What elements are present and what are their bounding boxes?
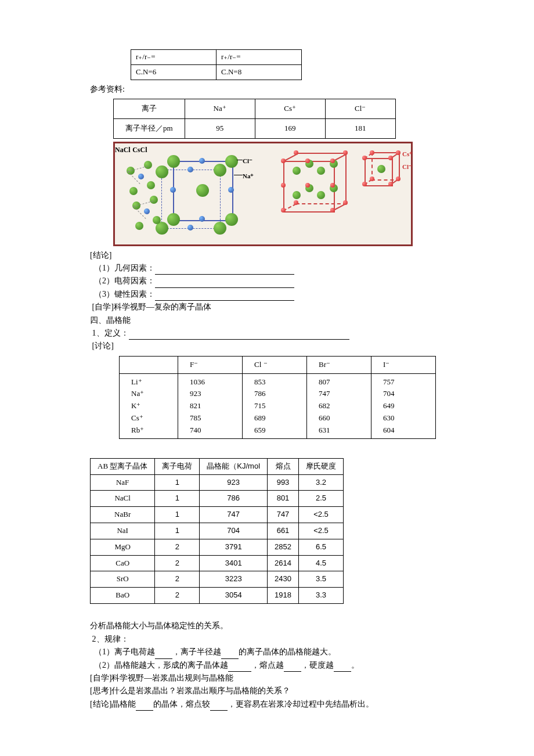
reference-label: 参考资料: [90,83,444,96]
cell: 659 [254,424,295,437]
h-compound: AB 型离子晶体 [91,458,155,474]
blank [136,702,153,711]
table-row: MgO2379128526.5 [91,539,344,555]
row-k: K⁺ [131,400,166,412]
cell: 747 [268,507,299,523]
table-row: BaO2305419183.3 [91,588,344,604]
i-col: 757 704 649 630 604 [371,373,436,439]
table-row: SrO2322324303.5 [91,571,344,588]
rule-1: （1）离子电荷越，离子半径越的离子晶体的晶格能越大。 [90,646,444,658]
cation-col: Li⁺ Na⁺ K⁺ Cs⁺ Rb⁺ [120,373,178,439]
cell: 786 [254,388,295,400]
cell: 821 [190,400,230,412]
factor-line-2: （2）电荷因素： [90,275,444,287]
blank [228,663,251,672]
self-study-text: [自学]科学视野—复杂的离子晶体 [92,303,211,311]
cell: 1 [155,491,200,507]
cell: 2 [155,588,200,604]
cell: CaO [91,555,155,571]
cell: 853 [254,376,295,388]
txt: ，离子半径越 [172,647,221,656]
cell: 4.5 [298,555,343,571]
table-row: NaI1704661<2.5 [91,523,344,539]
cell: 649 [383,400,424,412]
think-prompt: [思考]什么是岩浆晶出？岩浆晶出顺序与晶格能的关系？ [90,685,444,697]
cell: 3401 [200,555,268,571]
ionic-radius-table: 离子 Na⁺ Cs⁺ Cl⁻ 离子半径／pm 95 169 181 [113,99,396,139]
txt: ，硬度越 [301,661,334,669]
cell: 2.5 [298,491,343,507]
table-row: F⁻ Cl ⁻ Br⁻ I⁻ [120,356,436,373]
rules-title: 2、规律： [92,635,129,643]
h-charge: 离子电荷 [155,458,200,474]
h-energy: 晶格能（KJ/mol [200,458,268,474]
cl-label: Cl⁻ [243,156,252,167]
cl-label-2: Cl⁻ [402,162,412,172]
factor-1-label: （1）几何因素： [94,264,155,272]
blank-line [155,279,294,288]
table-row: 离子 Na⁺ Cs⁺ Cl⁻ [114,99,396,118]
table-row: r₊/r₋= r₊/r₋= [131,50,302,65]
cell: 630 [383,412,424,424]
cell: <2.5 [298,523,343,539]
txt: （1）离子电荷越 [94,647,155,656]
factor-line-3: （3）键性因素： [90,288,444,301]
na-label: Na⁺ [243,171,254,182]
cscl-structure: Cs⁺ Cl⁻ [277,149,405,231]
header-cs: Cs⁺ [255,99,325,118]
cell: 2 [155,571,200,588]
blank-line [155,292,294,301]
discuss-heading: [讨论] [90,340,444,352]
factor-line-1: （1）几何因素： [90,262,444,275]
value-cl: 181 [325,118,395,138]
blank [221,650,239,659]
cell: 704 [383,388,424,400]
ratio-cell: r₊/r₋= [217,50,302,65]
header-f: F⁻ [178,356,243,373]
cell: 2 [155,555,200,571]
h-mp: 熔点 [268,458,299,474]
conclusion-2: [结论]晶格能的晶体，熔点较，更容易在岩浆冷却过程中先结晶析出。 [90,698,444,711]
rule-2: （2）晶格能越大，形成的离子晶体越，熔点越，硬度越。 [90,659,444,672]
cell: 2614 [268,555,299,571]
definition-line: 1、定义： [90,327,444,340]
def-label: 1、定义： [92,329,129,337]
table-header-row: AB 型离子晶体 离子电荷 晶格能（KJ/mol 熔点 摩氏硬度 [91,458,344,474]
cell: 682 [319,400,359,412]
table-row: NaBr1747747<2.5 [91,507,344,523]
cell: 631 [319,424,359,437]
ratio-cn-table: r₊/r₋= r₊/r₋= C.N=6 C.N=8 [131,49,302,80]
cell: 660 [319,412,359,424]
value-cs: 169 [255,118,325,138]
cell: 1 [155,507,200,523]
ab-ionic-crystal-table: AB 型离子晶体 离子电荷 晶格能（KJ/mol 熔点 摩氏硬度 NaF1923… [90,458,344,604]
cell: 704 [200,523,268,539]
txt: [结论]晶格能 [90,700,136,708]
discuss-label: [讨论] [92,341,114,350]
nacl-structure: Cl⁻ Na⁺ [121,149,272,231]
cell: 923 [200,474,268,491]
table-row: 离子半径／pm 95 169 181 [114,118,396,138]
blank [155,650,172,659]
blank [210,702,228,711]
rules-heading: 2、规律： [90,633,444,646]
cell: 923 [190,388,230,400]
cn-cell: C.N=8 [217,64,302,80]
empty-cell [120,356,178,373]
cell: NaBr [91,507,155,523]
self-study-2: [自学]科学视野—岩浆晶出规则与晶格能 [90,672,444,685]
table-row: NaCl17868012.5 [91,491,344,507]
cell: 3.3 [298,588,343,604]
cl-col: 853 786 715 689 659 [243,373,307,439]
analysis-text: 分析晶格能大小与晶体稳定性的关系。 [90,620,444,632]
cell: 786 [200,491,268,507]
cell: SrO [91,571,155,588]
factor-3-label: （3）键性因素： [94,290,155,298]
ratio-cell: r₊/r₋= [131,50,217,65]
cell: NaCl [91,491,155,507]
blank-line [129,331,349,340]
cell: 747 [200,507,268,523]
cell: 689 [254,412,295,424]
cell: 993 [268,474,299,491]
cn-cell: C.N=6 [131,64,217,80]
